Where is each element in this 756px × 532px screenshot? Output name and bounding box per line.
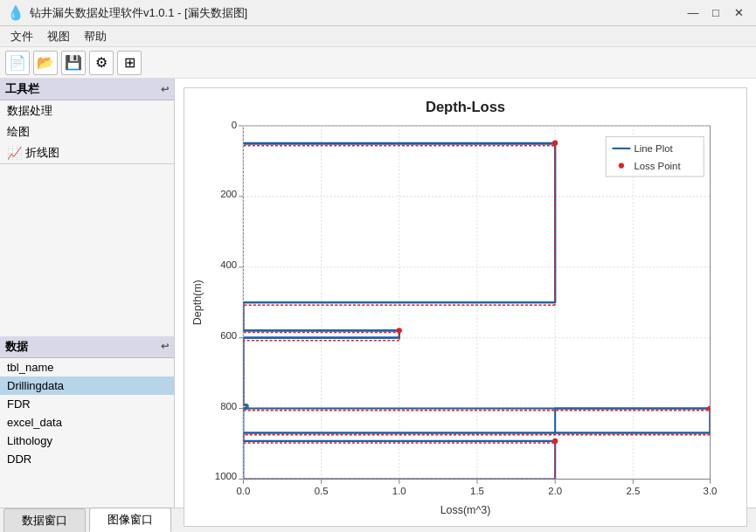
new-button[interactable]: 📄 [5,51,30,75]
right-panel: Depth-Loss Depth(m) Loss(m^3) [175,79,756,508]
y-tick-1000: 1000 [215,471,237,481]
left-panel: 工具栏 ↩ 数据处理 绘图 📈 折线图 数据 ↩ tbl_name [0,79,175,508]
x-tick-05: 0.5 [315,486,329,496]
x-tick-25: 2.5 [626,486,640,496]
y-tick-0: 0 [232,120,237,130]
depth-loss-chart: Depth-Loss Depth(m) Loss(m^3) [184,88,746,526]
legend-dot-icon [619,163,624,169]
save-button[interactable]: 💾 [61,51,86,75]
menu-help[interactable]: 帮助 [77,27,114,46]
legend-dot-label: Loss Point [634,161,681,171]
title-bar-title: 钻井漏失数据处理软件v1.0.1 - [漏失数据图] [30,5,247,21]
data-section-header: 数据 ↩ [0,336,174,358]
x-axis-label: Loss(m^3) [440,504,491,516]
y-axis-label: Depth(m) [191,280,204,325]
line-chart-icon: 📈 [7,146,22,160]
title-bar-left: 💧 钻井漏失数据处理软件v1.0.1 - [漏失数据图] [7,4,247,21]
menu-view[interactable]: 视图 [40,27,77,46]
x-tick-30: 3.0 [704,486,718,496]
legend-line-label: Line Plot [634,143,673,154]
main-container: 工具栏 ↩ 数据处理 绘图 📈 折线图 数据 ↩ tbl_name [0,79,756,508]
data-item-drillingdata[interactable]: Drillingdata [0,377,174,395]
data-item-ddr[interactable]: DDR [0,450,174,468]
x-tick-10: 1.0 [392,486,406,496]
chart-type-line[interactable]: 📈 折线图 [0,142,174,163]
grid-button[interactable]: ⊞ [117,51,142,75]
x-tick-15: 1.5 [470,486,484,496]
menu-file[interactable]: 文件 [3,27,40,46]
data-item-excel-data[interactable]: excel_data [0,413,174,432]
data-item-lithology[interactable]: Lithology [0,432,174,450]
settings-button[interactable]: ⚙ [89,51,114,75]
minimize-button[interactable]: — [683,4,704,22]
title-bar: 💧 钻井漏失数据处理软件v1.0.1 - [漏失数据图] — □ ✕ [0,0,756,26]
data-item-tbl-name[interactable]: tbl_name [0,358,174,377]
data-section-label: 数据 [5,339,28,355]
close-button[interactable]: ✕ [728,4,749,22]
app-icon: 💧 [7,4,24,21]
data-item-fdr[interactable]: FDR [0,395,174,413]
x-tick-0: 0.0 [236,486,250,496]
tab-data-window[interactable]: 数据窗口 [3,508,86,532]
toolbar-section-label: 工具栏 [5,81,39,97]
tab-image-window[interactable]: 图像窗口 [89,508,171,532]
y-tick-400: 400 [220,259,237,270]
y-tick-200: 200 [220,189,237,199]
y-tick-800: 800 [220,401,237,411]
menu-item-data-processing[interactable]: 数据处理 [0,100,174,121]
chart-title: Depth-Loss [426,99,505,115]
x-tick-20: 2.0 [548,486,562,496]
loss-point-1 [552,141,558,146]
loss-point-2 [397,328,402,333]
chart-type-label: 折线图 [25,145,59,161]
toolbar: 📄 📂 💾 ⚙ ⊞ [0,47,756,79]
toolbar-section-header: 工具栏 ↩ [0,79,174,100]
y-tick-600: 600 [220,330,237,341]
title-bar-controls: — □ ✕ [683,4,749,22]
menu-bar: 文件 视图 帮助 [0,26,756,47]
data-section: 数据 ↩ tbl_name Drillingdata FDR excel_dat… [0,336,174,508]
toolbar-pin-icon[interactable]: ↩ [161,84,169,95]
toolbar-section: 工具栏 ↩ 数据处理 绘图 📈 折线图 [0,79,174,164]
maximize-button[interactable]: □ [705,4,726,22]
loss-point-4 [552,439,558,444]
chart-container: Depth-Loss Depth(m) Loss(m^3) [184,87,747,527]
left-panel-spacer [0,164,174,336]
open-button[interactable]: 📂 [33,51,58,75]
data-pin-icon[interactable]: ↩ [161,341,169,352]
menu-item-chart[interactable]: 绘图 [0,121,174,142]
